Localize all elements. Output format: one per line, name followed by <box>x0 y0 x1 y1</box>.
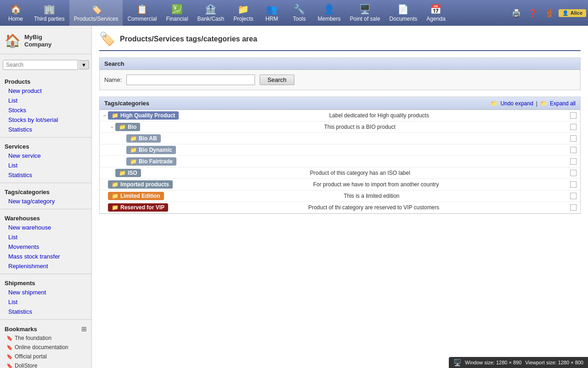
sidebar-link-mass-stock[interactable]: Mass stock transfer <box>0 252 91 261</box>
folder-icon-bio-dynamic: 📁 <box>130 147 137 153</box>
sidebar-section-warehouses: Warehouses <box>0 212 91 223</box>
search-dropdown-button[interactable]: ▼ <box>79 60 89 69</box>
folder-icon-bio-fairtrade: 📁 <box>130 158 137 165</box>
tag-imported[interactable]: 📁 Imported products <box>108 180 173 189</box>
nav-tools[interactable]: 🔧 Tools <box>286 0 313 26</box>
page-title: Products/Services tags/categories area <box>120 35 257 43</box>
documents-icon: 📄 <box>397 4 409 15</box>
name-label: Name: <box>104 76 122 83</box>
bookmark-foundation[interactable]: 🔖 The foundation <box>0 334 91 343</box>
search-button[interactable]: Search <box>260 75 294 85</box>
sidebar-link-products-list[interactable]: List <box>0 96 91 105</box>
desc-high-quality: Label dedicated for High quality product… <box>179 112 570 119</box>
print-button[interactable]: 🖨️ <box>509 7 524 19</box>
nav-commercial[interactable]: 📋 Commercial <box>123 0 161 26</box>
bookmark-official-portal[interactable]: 🔖 Official portal <box>0 352 91 361</box>
sidebar-link-movements[interactable]: Movements <box>0 242 91 252</box>
bookmark-label-3: Official portal <box>15 353 47 360</box>
nav-projects[interactable]: 📁 Projects <box>229 0 258 26</box>
checkbox-bio-fairtrade[interactable] <box>570 158 577 165</box>
nav-financial[interactable]: 💹 Financial <box>161 0 192 26</box>
tag-bio-ab[interactable]: 📁 Bio AB <box>126 134 161 143</box>
checkbox-high-quality[interactable] <box>570 112 577 119</box>
statusbar: 🖥️ Window size: 1280 × 890 Viewport size… <box>449 357 588 368</box>
toggle-bio[interactable]: − <box>109 124 115 130</box>
tag-vip[interactable]: 📁 Reserved for VIP <box>108 203 168 212</box>
nav-agenda[interactable]: 📅 Agenda <box>422 0 450 26</box>
tag-high-quality[interactable]: 📁 High Quality Product <box>108 111 179 120</box>
search-box-body: Name: Search <box>100 70 580 90</box>
undo-expand-button[interactable]: Undo expand <box>500 100 533 107</box>
nav-agenda-label: Agenda <box>426 16 445 22</box>
hrm-icon: 👥 <box>266 4 277 15</box>
agenda-icon: 📅 <box>430 4 441 15</box>
checkbox-bio-dynamic[interactable] <box>570 147 577 153</box>
sidebar-section-tags: Tags/categories <box>0 186 91 196</box>
sidebar-link-new-product[interactable]: New product <box>0 86 91 96</box>
nav-point-of-sale[interactable]: 🖥️ Point of sale <box>345 0 385 26</box>
nav-projects-label: Projects <box>233 16 253 22</box>
help-button[interactable]: ❓ <box>526 7 540 19</box>
toggle-high-quality[interactable]: − <box>102 113 108 118</box>
tree-row-limited: 📁 Limited Edition This is a limited edit… <box>100 190 580 202</box>
page-header: 🏷️ Products/Services tags/categories are… <box>99 31 581 51</box>
sidebar-link-new-warehouse[interactable]: New warehouse <box>0 223 91 232</box>
bookmark-dolistore[interactable]: 🔖 DoliStore <box>0 361 91 368</box>
sidebar-link-stocks-lot[interactable]: Stocks by lot/serial <box>0 115 91 125</box>
nav-financial-label: Financial <box>166 16 188 22</box>
nav-bank-cash[interactable]: 🏦 Bank/Cash <box>192 0 229 26</box>
bookmark-online-docs[interactable]: 🔖 Online documentation <box>0 343 91 352</box>
tag-bio[interactable]: 📁 Bio <box>115 123 140 131</box>
nav-home[interactable]: 🏠 Home <box>2 0 29 26</box>
checkbox-iso[interactable] <box>570 170 577 176</box>
sidebar-link-shipments-list[interactable]: List <box>0 297 91 307</box>
tag-iso[interactable]: 📁 ISO <box>115 169 141 177</box>
sidebar-link-shipments-stats[interactable]: Statistics <box>0 307 91 316</box>
desc-vip: Product of thi category are reserved to … <box>168 204 570 211</box>
nav-products-services-label: Products/Services <box>74 16 119 22</box>
tag-bio-fairtrade[interactable]: 📁 Bio Fairtrade <box>126 157 176 166</box>
bookmark-icon-4: 🔖 <box>6 363 13 368</box>
search-input[interactable] <box>3 60 78 70</box>
checkbox-limited[interactable] <box>570 193 577 199</box>
tag-limited[interactable]: 📁 Limited Edition <box>108 192 164 200</box>
name-input[interactable] <box>126 75 255 85</box>
sidebar-link-stocks[interactable]: Stocks <box>0 105 91 115</box>
search-box-header: Search <box>100 58 580 70</box>
tags-categories-table: Tags/categories 📁 Undo expand | 📁 Expand… <box>99 97 581 214</box>
folder-icon-limited: 📁 <box>112 193 119 199</box>
sidebar-link-new-shipment[interactable]: New shipment <box>0 288 91 297</box>
nav-tools-label: Tools <box>293 16 306 22</box>
nav-products-services[interactable]: 🏷️ Products/Services <box>69 0 123 26</box>
checkbox-imported[interactable] <box>570 181 577 188</box>
nav-hrm[interactable]: 👥 HRM <box>258 0 286 26</box>
tags-table-title: Tags/categories <box>104 100 149 107</box>
tree-row-high-quality: − 📁 High Quality Product Label dedicated… <box>100 110 580 121</box>
sidebar-link-replenishment[interactable]: Replenishment <box>0 261 91 271</box>
bookmarks-manage-icon[interactable]: ⊞ <box>81 325 87 333</box>
tree-row-bio: − 📁 Bio This product is a BIO product <box>100 121 580 133</box>
expand-all-button[interactable]: Expand all <box>550 100 576 107</box>
sidebar-link-new-tag[interactable]: New tag/category <box>0 196 91 206</box>
checkbox-bio-ab[interactable] <box>570 135 577 142</box>
logout-button[interactable]: 🚪 <box>542 7 557 19</box>
nav-third-parties[interactable]: 🏢 Third parties <box>29 0 69 26</box>
sidebar-link-services-list[interactable]: List <box>0 161 91 170</box>
user-badge: 👤 Alice <box>559 9 586 17</box>
nav-members[interactable]: 👤 Members <box>313 0 345 26</box>
checkbox-vip[interactable] <box>570 204 577 211</box>
nav-documents[interactable]: 📄 Documents <box>385 0 422 26</box>
checkbox-bio[interactable] <box>570 124 577 130</box>
nav-members-label: Members <box>318 16 341 22</box>
sidebar-link-services-stats[interactable]: Statistics <box>0 170 91 180</box>
topnav-right: 🖨️ ❓ 🚪 👤 Alice <box>509 0 586 26</box>
sidebar-link-new-service[interactable]: New service <box>0 151 91 161</box>
window-size: Window size: 1280 × 890 <box>465 360 521 365</box>
page-header-icon: 🏷️ <box>99 31 115 46</box>
bookmark-label-4: DoliStore <box>15 362 37 368</box>
folder-icon-iso: 📁 <box>119 170 126 176</box>
statusbar-icon: 🖥️ <box>453 359 461 366</box>
tag-bio-dynamic[interactable]: 📁 Bio Dynamic <box>126 146 176 154</box>
sidebar-link-warehouses-list[interactable]: List <box>0 232 91 242</box>
sidebar-link-products-stats[interactable]: Statistics <box>0 125 91 134</box>
